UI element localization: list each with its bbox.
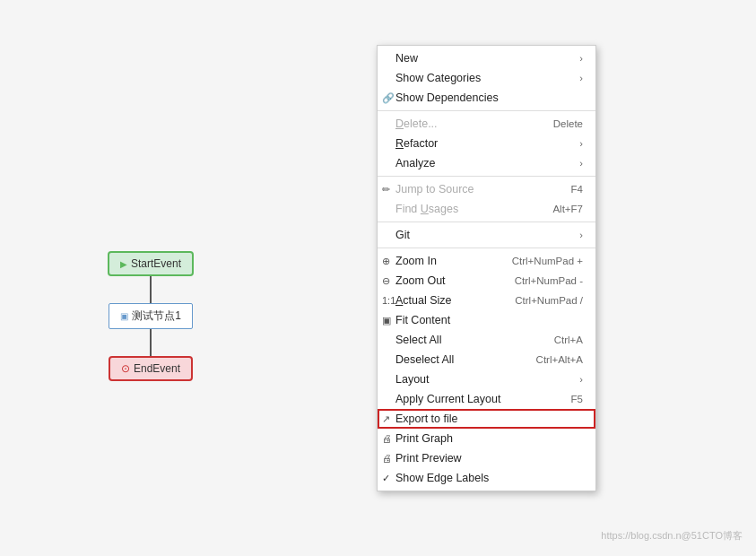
menu-item-print-graph[interactable]: 🖨Print Graph bbox=[378, 429, 595, 448]
menu-item-label: Print Graph bbox=[395, 432, 453, 445]
start-event-node: StartEvent bbox=[108, 251, 194, 276]
end-event-node: EndEvent bbox=[109, 356, 193, 381]
menu-item-label: Select All bbox=[395, 334, 441, 346]
start-event-label: StartEvent bbox=[108, 251, 194, 276]
11-icon: 1:1 bbox=[382, 295, 395, 306]
menu-item-label: Actual Size bbox=[395, 294, 452, 307]
menu-item-refactor[interactable]: Refactor› bbox=[378, 134, 595, 153]
menu-item-deselect-all[interactable]: Deselect AllCtrl+Alt+A bbox=[378, 350, 595, 369]
minus-circle-icon: ⊖ bbox=[382, 275, 390, 287]
submenu-arrow-icon: › bbox=[579, 73, 583, 83]
submenu-arrow-icon: › bbox=[579, 230, 583, 240]
menu-item-label: Export to file bbox=[395, 413, 457, 425]
checkmark-icon: ✓ bbox=[382, 473, 390, 484]
canvas: StartEvent 测试节点1 EndEvent New›Show Categ… bbox=[0, 0, 756, 556]
menu-item-zoom-in[interactable]: ⊕Zoom InCtrl+NumPad + bbox=[378, 251, 595, 271]
menu-shortcut: Ctrl+NumPad - bbox=[515, 275, 583, 286]
context-menu: New›Show Categories›🔗Show DependenciesDe… bbox=[377, 45, 596, 491]
menu-item-label: Layout bbox=[395, 373, 430, 386]
menu-shortcut: Delete bbox=[553, 118, 583, 129]
menu-item-show-edge-labels[interactable]: ✓Show Edge Labels bbox=[378, 468, 595, 488]
menu-item-label: Delete... bbox=[395, 117, 438, 130]
menu-item-label: New bbox=[395, 52, 418, 65]
menu-shortcut: Ctrl+NumPad / bbox=[515, 295, 583, 306]
arrow-1 bbox=[150, 276, 152, 303]
menu-shortcut: Ctrl+NumPad + bbox=[512, 256, 583, 266]
menu-item-show-categories[interactable]: Show Categories› bbox=[378, 68, 595, 88]
menu-item-label: Zoom In bbox=[395, 255, 437, 267]
menu-item-new[interactable]: New› bbox=[378, 48, 595, 68]
plus-circle-icon: ⊕ bbox=[382, 256, 390, 267]
menu-separator bbox=[378, 176, 595, 177]
submenu-arrow-icon: › bbox=[579, 158, 583, 169]
menu-item-actual-size[interactable]: 1:1Actual SizeCtrl+NumPad / bbox=[378, 291, 595, 310]
menu-shortcut: Ctrl+Alt+A bbox=[536, 354, 583, 365]
menu-item-label: Fit Content bbox=[395, 314, 450, 326]
task-node: 测试节点1 bbox=[109, 303, 193, 329]
menu-item-layout[interactable]: Layout› bbox=[378, 369, 595, 389]
menu-item-label: Analyze bbox=[395, 157, 435, 169]
dep-icon: 🔗 bbox=[382, 92, 395, 104]
menu-item-zoom-out[interactable]: ⊖Zoom OutCtrl+NumPad - bbox=[378, 271, 595, 291]
menu-item-label: Find Usages bbox=[395, 203, 458, 215]
menu-shortcut: F4 bbox=[571, 184, 583, 195]
menu-item-label: Git bbox=[395, 229, 410, 241]
arrow-2 bbox=[150, 329, 152, 356]
print-icon: 🖨 bbox=[382, 433, 392, 444]
flow-diagram: StartEvent 测试节点1 EndEvent bbox=[108, 251, 194, 381]
fit-icon: ▣ bbox=[382, 315, 391, 326]
menu-item-delete: Delete...Delete bbox=[378, 114, 595, 134]
menu-item-label: Deselect All bbox=[395, 353, 454, 366]
menu-item-git[interactable]: Git› bbox=[378, 225, 595, 245]
menu-item-label: Jump to Source bbox=[395, 183, 474, 195]
export-icon: ↗ bbox=[382, 413, 390, 425]
submenu-arrow-icon: › bbox=[579, 374, 583, 385]
menu-item-apply-current-layout[interactable]: Apply Current LayoutF5 bbox=[378, 389, 595, 409]
menu-item-label: Show Categories bbox=[395, 72, 481, 84]
menu-item-find-usages: Find UsagesAlt+F7 bbox=[378, 199, 595, 219]
menu-item-label: Print Preview bbox=[395, 452, 462, 465]
submenu-arrow-icon: › bbox=[579, 53, 583, 64]
menu-item-label: Zoom Out bbox=[395, 274, 446, 287]
print-icon: 🖨 bbox=[382, 453, 392, 464]
menu-item-fit-content[interactable]: ▣Fit Content bbox=[378, 310, 595, 330]
end-event-label: EndEvent bbox=[109, 356, 193, 381]
menu-shortcut: Alt+F7 bbox=[552, 204, 583, 214]
menu-item-select-all[interactable]: Select AllCtrl+A bbox=[378, 330, 595, 350]
menu-item-label: Show Edge Labels bbox=[395, 472, 489, 484]
menu-separator bbox=[378, 110, 595, 111]
menu-item-jump-to-source: ✏Jump to SourceF4 bbox=[378, 179, 595, 199]
submenu-arrow-icon: › bbox=[579, 138, 583, 149]
menu-item-analyze[interactable]: Analyze› bbox=[378, 153, 595, 173]
menu-item-label: Apply Current Layout bbox=[395, 393, 500, 405]
menu-item-label: Refactor bbox=[395, 137, 438, 150]
menu-item-export-to-file[interactable]: ↗Export to file bbox=[378, 409, 595, 429]
watermark: https://blog.csdn.n@51CTO博客 bbox=[601, 529, 743, 543]
menu-shortcut: Ctrl+A bbox=[554, 334, 583, 345]
menu-item-print-preview[interactable]: 🖨Print Preview bbox=[378, 448, 595, 468]
menu-item-label: Show Dependencies bbox=[395, 91, 499, 104]
jump-icon: ✏ bbox=[382, 184, 390, 195]
task-label: 测试节点1 bbox=[109, 303, 193, 329]
menu-separator bbox=[378, 222, 595, 222]
menu-shortcut: F5 bbox=[571, 394, 583, 404]
menu-separator bbox=[378, 248, 595, 248]
menu-item-show-dependencies[interactable]: 🔗Show Dependencies bbox=[378, 88, 595, 108]
